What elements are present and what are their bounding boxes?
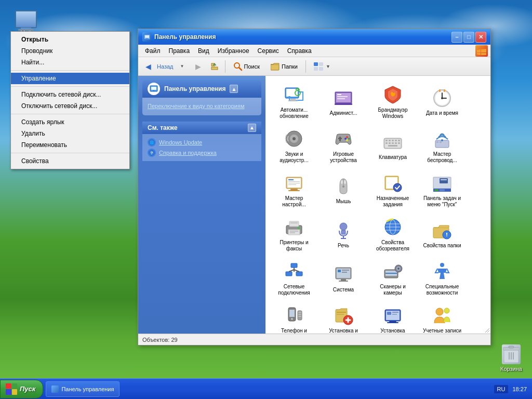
icon-ie-options[interactable]: Свойства обозревателя xyxy=(369,214,416,255)
icon-admin[interactable]: Админист... xyxy=(320,81,367,123)
context-menu-net-connect[interactable]: Подключить сетевой диск... xyxy=(11,89,129,100)
menu-favorites[interactable]: Избранное xyxy=(214,46,254,56)
taskbar-control-panel[interactable]: Панель управления xyxy=(46,381,119,397)
taskbar-item-icon xyxy=(51,385,59,393)
view-toggle[interactable]: ▼ xyxy=(309,60,335,73)
search-button[interactable]: Поиск xyxy=(229,60,264,73)
icon-gamecontrollers[interactable]: Игровые устройства xyxy=(320,125,367,167)
icon-folder-options[interactable]: Свойства папки xyxy=(419,214,466,255)
close-button[interactable]: ✕ xyxy=(475,32,486,43)
desktop-icon-recycle-bin[interactable]: Корзина xyxy=(496,344,527,372)
icon-taskbar-menu[interactable]: Панель задач и меню "Пуск" xyxy=(419,169,466,211)
folders-button[interactable]: Папки xyxy=(266,60,302,73)
menu-tools[interactable]: Сервис xyxy=(254,46,283,56)
icon-speech[interactable]: Речь xyxy=(320,214,367,255)
context-menu-delete[interactable]: Удалить xyxy=(11,128,129,139)
icon-printers[interactable]: Принтеры и факсы xyxy=(271,214,317,255)
icon-mouse-img xyxy=(333,176,354,196)
svg-rect-58 xyxy=(388,145,397,147)
icon-accessibility[interactable]: Специальные возможности xyxy=(419,258,466,299)
icon-user-accounts[interactable]: Учетные записи пол... xyxy=(419,302,466,334)
icon-scanners[interactable]: Сканеры и камеры xyxy=(369,258,416,299)
context-menu-find[interactable]: Найти... xyxy=(11,57,129,68)
menu-view[interactable]: Вид xyxy=(194,46,214,56)
help-link[interactable]: ? Справка и поддержка xyxy=(148,148,256,158)
icon-network-img xyxy=(284,261,304,282)
context-menu: Открыть Проводник Найти... Управление По… xyxy=(10,31,130,169)
category-view-link[interactable]: Переключение к виду по категориям xyxy=(148,102,256,111)
panel-main-section: Панель управления ▲ Переключение к виду … xyxy=(142,80,261,115)
svg-rect-167 xyxy=(509,346,514,348)
svg-rect-87 xyxy=(290,222,298,223)
toolbar-sep-1 xyxy=(225,60,225,73)
icon-autoupdate[interactable]: Автомати... обновление xyxy=(271,81,317,123)
back-dropdown[interactable]: ▼ xyxy=(175,60,190,73)
icon-admin-label: Админист... xyxy=(330,110,357,116)
svg-point-91 xyxy=(340,223,347,230)
recycle-bin-icon xyxy=(502,344,521,364)
search-label: Поиск xyxy=(244,63,260,70)
up-button[interactable] xyxy=(207,60,222,73)
forward-button[interactable]: ▶ xyxy=(191,60,206,73)
view-dropdown-arrow[interactable]: ▼ xyxy=(326,64,330,69)
svg-rect-35 xyxy=(439,89,441,92)
svg-rect-104 xyxy=(291,263,297,268)
icon-hardware[interactable]: Установка оборудова... xyxy=(369,302,416,334)
icon-wireless-img xyxy=(432,128,453,149)
language-indicator[interactable]: RU xyxy=(494,385,509,393)
context-menu-net-disconnect[interactable]: Отключить сетевой диск... xyxy=(11,100,129,112)
context-menu-open[interactable]: Открыть xyxy=(11,34,129,45)
menu-help[interactable]: Справка xyxy=(283,46,316,56)
context-menu-properties[interactable]: Свойства xyxy=(11,155,129,167)
resize-handle[interactable] xyxy=(483,326,490,334)
icon-add-remove[interactable]: Установка и удаление... xyxy=(320,302,367,334)
icon-firewall-img xyxy=(382,84,403,105)
back-label[interactable]: Назад xyxy=(157,63,174,70)
minimize-button[interactable]: – xyxy=(451,32,462,43)
window-controls: – □ ✕ xyxy=(451,32,486,43)
start-button[interactable]: Пуск xyxy=(0,380,43,398)
svg-rect-51 xyxy=(395,140,397,141)
windows-update-link[interactable]: 🌐 Windows Update xyxy=(148,137,256,148)
svg-rect-143 xyxy=(387,322,398,323)
panel-main-body: Переключение к виду по категориям xyxy=(142,98,261,115)
context-menu-create-shortcut[interactable]: Создать ярлык xyxy=(11,116,129,128)
context-menu-manage[interactable]: Управление xyxy=(11,73,129,84)
svg-point-34 xyxy=(441,97,443,99)
svg-point-88 xyxy=(298,227,300,229)
svg-line-108 xyxy=(289,270,294,272)
icon-printers-label: Принтеры и факсы xyxy=(273,240,315,252)
context-menu-explorer[interactable]: Проводник xyxy=(11,45,129,57)
collapse-main[interactable]: ▲ xyxy=(230,85,238,93)
separator-2 xyxy=(11,86,129,87)
clock: 18:27 xyxy=(512,386,527,392)
icon-setup[interactable]: Мастер настрой... xyxy=(271,169,317,211)
taskbar-item-label: Панель управления xyxy=(61,386,114,392)
svg-text:🌐: 🌐 xyxy=(150,140,154,145)
menu-file[interactable]: Файл xyxy=(141,46,165,56)
icon-tasks[interactable]: Назначенные задания xyxy=(369,169,416,211)
icon-datetime[interactable]: Дата и время xyxy=(419,81,466,123)
icon-mouse[interactable]: Мышь xyxy=(320,169,367,211)
icon-sound[interactable]: Звуки и аудиоустр... xyxy=(271,125,317,167)
svg-rect-69 xyxy=(290,189,298,190)
icon-firewall[interactable]: Брандмауэр Windows xyxy=(369,81,416,123)
context-menu-rename[interactable]: Переименовать xyxy=(11,139,129,151)
menu-edit[interactable]: Правка xyxy=(165,46,194,56)
icon-phone-modem-img xyxy=(284,305,304,326)
svg-point-126 xyxy=(291,318,293,320)
window-title-icon xyxy=(142,32,152,42)
icon-system[interactable]: Система xyxy=(320,258,367,299)
back-button[interactable]: ◀ xyxy=(141,60,155,73)
maximize-button[interactable]: □ xyxy=(463,32,474,43)
svg-rect-106 xyxy=(296,272,302,276)
icon-datetime-img xyxy=(432,87,453,108)
icon-phone-modem[interactable]: Телефон и модем xyxy=(271,302,317,334)
icon-keyboard[interactable]: Клавиатура xyxy=(369,125,416,167)
svg-point-144 xyxy=(436,308,443,315)
svg-rect-89 xyxy=(290,231,298,232)
svg-rect-115 xyxy=(342,270,349,271)
collapse-see-also[interactable]: ▲ xyxy=(248,124,256,132)
icon-wireless[interactable]: Мастер беспровод... xyxy=(419,125,466,167)
icon-network[interactable]: Сетевые подключения xyxy=(271,258,317,299)
